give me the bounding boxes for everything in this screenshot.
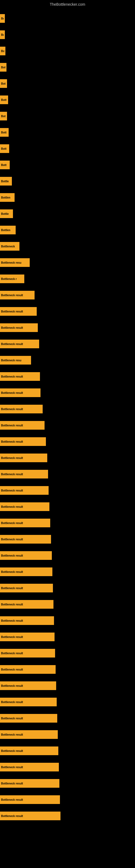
bar-row: Bottleneck result	[0, 661, 135, 678]
bar-label-10: Bott	[1, 163, 6, 166]
bar-28: Bottleneck result	[0, 454, 47, 462]
bar-row: Bottleneck result	[0, 613, 135, 629]
bar-row: Bottleneck result	[0, 303, 135, 319]
bar-label-47: Bottleneck result	[1, 766, 23, 769]
bar-row: Bottle	[0, 206, 135, 222]
bar-label-22: Bottleneck resu	[1, 359, 21, 362]
bar-label-35: Bottleneck result	[1, 570, 23, 574]
bar-row: Bottleneck result	[0, 336, 135, 352]
bar-23: Bottleneck result	[0, 372, 40, 381]
bar-6: Bott	[0, 95, 8, 104]
site-title: TheBottlenecker.com	[0, 0, 135, 8]
bar-row: Bottleneck result	[0, 287, 135, 303]
bar-label-27: Bottleneck result	[1, 440, 23, 443]
bar-label-17: Bottleneck r	[1, 278, 17, 280]
bar-25: Bottleneck result	[0, 405, 43, 413]
bar-row: Bottleneck result	[0, 645, 135, 661]
bar-8: Bott	[0, 128, 9, 137]
bar-label-11: Bottle	[1, 180, 9, 183]
bar-48: Bottleneck result	[0, 779, 59, 788]
bar-label-18: Bottleneck result	[1, 294, 23, 297]
bar-label-44: Bottleneck result	[1, 717, 23, 720]
bar-row: Bottleneck result	[0, 678, 135, 694]
bar-row: Bottleneck result	[0, 433, 135, 450]
bar-37: Bottleneck result	[0, 600, 53, 609]
bar-label-33: Bottleneck result	[1, 538, 23, 541]
bar-10: Bott	[0, 161, 10, 169]
bar-16: Bottleneck resu	[0, 258, 30, 267]
bar-label-14: Bottlen	[1, 229, 10, 231]
bar-row: Bottleneck result	[0, 319, 135, 336]
bar-label-31: Bottleneck result	[1, 505, 23, 508]
bar-44: Bottleneck result	[0, 714, 57, 723]
bar-row: Bot	[0, 75, 135, 92]
bar-17: Bottleneck r	[0, 275, 24, 283]
bar-30: Bottleneck result	[0, 486, 49, 495]
bar-row: Bottlen	[0, 222, 135, 238]
bar-3: Bo	[0, 46, 5, 55]
bar-label-13: Bottle	[1, 212, 9, 215]
bar-label-16: Bottleneck resu	[1, 261, 21, 264]
bar-label-45: Bottleneck result	[1, 733, 23, 736]
bar-row: Bott	[0, 124, 135, 141]
bar-label-5: Bot	[1, 82, 6, 85]
bar-row: Bottleneck result	[0, 450, 135, 466]
bar-row: Bottleneck result	[0, 547, 135, 564]
bar-7: Bot	[0, 112, 7, 120]
bar-14: Bottlen	[0, 226, 16, 235]
bar-1: Bo	[0, 14, 5, 23]
bar-row: Bottleneck result	[0, 759, 135, 775]
bar-label-37: Bottleneck result	[1, 603, 23, 606]
bar-label-6: Bott	[1, 98, 6, 101]
bar-35: Bottleneck result	[0, 567, 52, 576]
bar-label-50: Bottleneck result	[1, 814, 23, 817]
bar-15: Bottleneck	[0, 242, 19, 251]
bar-32: Bottleneck result	[0, 519, 50, 527]
bar-row: Bottleneck result	[0, 775, 135, 792]
bar-2: Bo	[0, 30, 5, 39]
bar-12: Bottlen	[0, 193, 14, 202]
bar-label-21: Bottleneck result	[1, 343, 23, 346]
bar-row: Bot	[0, 108, 135, 124]
bar-49: Bottleneck result	[0, 795, 60, 804]
bar-40: Bottleneck result	[0, 649, 55, 657]
bar-22: Bottleneck resu	[0, 356, 31, 365]
bar-label-8: Bott	[1, 131, 6, 134]
bar-label-38: Bottleneck result	[1, 619, 23, 622]
bar-label-30: Bottleneck result	[1, 489, 23, 492]
bar-label-32: Bottleneck result	[1, 522, 23, 525]
bar-label-3: Bo	[1, 50, 4, 53]
bar-4: Bot	[0, 63, 6, 72]
bar-39: Bottleneck result	[0, 632, 54, 641]
bar-row: Bottleneck result	[0, 743, 135, 759]
bar-26: Bottleneck result	[0, 421, 45, 430]
bar-label-34: Bottleneck result	[1, 554, 23, 557]
bar-label-7: Bot	[1, 115, 6, 118]
bar-row: Bottle	[0, 173, 135, 189]
bar-row: Bottleneck result	[0, 384, 135, 401]
bar-label-12: Bottlen	[1, 196, 10, 199]
bar-33: Bottleneck result	[0, 535, 51, 544]
bar-label-25: Bottleneck result	[1, 408, 23, 411]
bar-label-42: Bottleneck result	[1, 684, 23, 687]
bar-label-4: Bot	[1, 66, 5, 69]
bar-19: Bottleneck result	[0, 307, 37, 316]
bar-label-23: Bottleneck result	[1, 375, 23, 378]
bar-21: Bottleneck result	[0, 340, 39, 348]
bar-row: Bo	[0, 43, 135, 59]
bar-row: Bottleneck result	[0, 466, 135, 482]
bar-row: Bottleneck result	[0, 515, 135, 531]
bar-row: Bottlen	[0, 189, 135, 206]
bar-5: Bot	[0, 79, 7, 88]
bar-29: Bottleneck result	[0, 470, 48, 478]
bar-20: Bottleneck result	[0, 323, 38, 332]
bar-label-48: Bottleneck result	[1, 782, 23, 785]
bar-row: Bottleneck result	[0, 417, 135, 433]
bar-42: Bottleneck result	[0, 681, 56, 690]
bar-label-26: Bottleneck result	[1, 424, 23, 427]
bar-row: Bottleneck result	[0, 499, 135, 515]
bar-row: Bottleneck result	[0, 596, 135, 613]
bar-47: Bottleneck result	[0, 763, 59, 771]
bar-label-40: Bottleneck result	[1, 652, 23, 655]
bar-row: Bottleneck result	[0, 629, 135, 645]
